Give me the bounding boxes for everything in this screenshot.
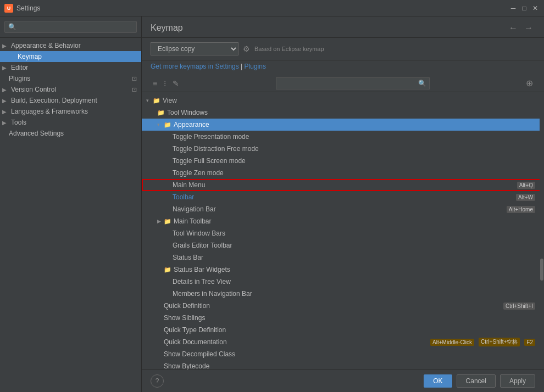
panel-title: Keymap [151, 23, 183, 33]
filter-input[interactable] [276, 77, 430, 89]
main-content: ▶ Appearance & Behavior Keymap ▶ Editor … [0, 16, 544, 392]
back-button[interactable]: ← [507, 22, 520, 34]
tree-row[interactable]: ▶ 📁 Main Toolbar [142, 215, 544, 227]
window-controls: ─ □ ✕ [509, 4, 540, 13]
scrollbar[interactable] [540, 92, 544, 369]
sidebar-search-input[interactable] [4, 21, 137, 33]
tree-row[interactable]: Toggle Zen mode [142, 167, 544, 179]
tree-row[interactable]: Quick Definition Ctrl+Shift+I [142, 300, 544, 312]
sidebar-tree: ▶ Appearance & Behavior Keymap ▶ Editor … [0, 38, 141, 392]
gear-button[interactable]: ⚙ [243, 44, 250, 53]
tree-item-label: Details in Tree View [173, 278, 535, 285]
ok-button[interactable]: OK [424, 374, 452, 388]
tree-row[interactable]: 📁 Tool Windows [142, 107, 544, 119]
keymap-select[interactable]: Eclipse copy [151, 42, 238, 55]
sidebar-item-label: Plugins [9, 75, 30, 82]
tree-row[interactable]: Show Bytecode [142, 360, 544, 369]
sidebar-item-advanced[interactable]: Advanced Settings [0, 128, 141, 139]
forward-button[interactable]: → [522, 22, 535, 34]
tree-row[interactable]: Toolbar Alt+W [142, 191, 544, 203]
expand-all-button[interactable]: ≡ [151, 78, 159, 89]
tree-row[interactable]: Grails Editor Toolbar [142, 239, 544, 251]
sidebar-item-appearance-behavior[interactable]: ▶ Appearance & Behavior [0, 40, 141, 51]
sidebar-item-label: Advanced Settings [9, 130, 64, 137]
tree-item-label: Members in Navigation Bar [173, 290, 535, 298]
sidebar-item-editor[interactable]: ▶ Editor [0, 62, 141, 73]
based-on-text: Based on Eclipse keymap [254, 46, 324, 52]
tree-item-label: Appearance [174, 121, 535, 128]
chevron-right-icon: ▶ [2, 120, 9, 126]
shortcut-badge: Alt+Home [507, 206, 535, 213]
sidebar-item-build[interactable]: ▶ Build, Execution, Deployment [0, 95, 141, 106]
edit-shortcuts-button[interactable]: ✎ [170, 78, 181, 89]
tree-row[interactable]: Members in Navigation Bar [142, 288, 544, 300]
plugins-link[interactable]: Plugins [245, 63, 266, 70]
tree-row[interactable]: Toggle Distraction Free mode [142, 143, 544, 155]
get-more-link[interactable]: Get more keymaps in Settings [151, 63, 239, 70]
sidebar-search-bar [0, 16, 141, 38]
folder-icon: 📁 [164, 121, 171, 128]
cancel-button[interactable]: Cancel [457, 374, 496, 388]
tree-row-quick-docs[interactable]: Quick Documentation Alt+Middle-Click Ctr… [142, 336, 544, 348]
tree-item-label: Toggle Presentation mode [173, 133, 535, 141]
shortcut-badge: F2 [524, 339, 535, 346]
maximize-button[interactable]: □ [520, 4, 529, 13]
panel-header: Keymap ← → [142, 16, 544, 38]
tree-item-label: Navigation Bar [173, 205, 504, 213]
chevron-right-icon: ▶ [157, 219, 164, 224]
tree-row[interactable]: Navigation Bar Alt+Home [142, 203, 544, 215]
shortcut-badge: Ctrl+Shift+空格 [479, 338, 520, 346]
sidebar-item-keymap[interactable]: Keymap [0, 51, 141, 62]
tree-item-label: Toggle Full Screen mode [173, 157, 535, 165]
tree-item-label: View [163, 97, 535, 104]
tree-row[interactable]: Quick Type Definition [142, 324, 544, 336]
right-panel: Keymap ← → Eclipse copy ⚙ Based on Eclip… [142, 16, 544, 392]
tree-row[interactable]: Show Decompiled Class [142, 348, 544, 360]
sidebar-item-label: Tools [11, 119, 26, 126]
tree-item-label: Status Bar Widgets [174, 266, 535, 273]
minimize-button[interactable]: ─ [509, 4, 518, 13]
find-shortcut-button[interactable]: ⊕ [524, 77, 535, 89]
tree-row-main-menu[interactable]: Main Menu Alt+Q [142, 179, 544, 191]
tree-item-label: Toggle Zen mode [173, 169, 535, 177]
sidebar-item-version-control[interactable]: ▶ Version Control ⊡ [0, 84, 141, 95]
get-more-keymaps-link: Get more keymaps in Settings | Plugins [142, 60, 544, 75]
tree-row[interactable]: Tool Window Bars [142, 227, 544, 239]
chevron-right-icon: ▶ [2, 65, 9, 71]
window-title: Settings [16, 4, 509, 12]
tree-row[interactable]: ▾ 📁 Appearance [142, 119, 544, 131]
collapse-all-button[interactable]: ⁝ [162, 78, 168, 89]
close-button[interactable]: ✕ [531, 4, 540, 13]
sidebar-item-languages[interactable]: ▶ Languages & Frameworks [0, 106, 141, 117]
footer-left: ? [151, 374, 164, 388]
tree-row[interactable]: 📁 Status Bar Widgets [142, 264, 544, 276]
tree-row[interactable]: Toggle Presentation mode [142, 131, 544, 143]
sidebar-item-label: Languages & Frameworks [11, 108, 88, 115]
sidebar-item-label: Version Control [11, 86, 56, 93]
tree-row[interactable]: Details in Tree View [142, 276, 544, 288]
tree-row[interactable]: Toggle Full Screen mode [142, 155, 544, 167]
shortcuts-container: Alt+Q [515, 182, 535, 189]
apply-button[interactable]: Apply [500, 374, 535, 388]
tree-item-label: Show Siblings [164, 314, 535, 322]
tree-row[interactable]: Show Siblings [142, 312, 544, 324]
chevron-right-icon: ▶ [2, 43, 9, 49]
title-bar: U Settings ─ □ ✕ [0, 0, 544, 16]
shortcut-badge: Alt+Q [517, 182, 535, 189]
navigation-buttons: ← → [507, 22, 535, 34]
tree-row[interactable]: Status Bar [142, 251, 544, 264]
sidebar-item-label: Appearance & Behavior [11, 42, 81, 49]
tree-row[interactable]: ▾ 📁 View [142, 94, 544, 107]
sidebar-item-plugins[interactable]: Plugins ⊡ [0, 73, 141, 84]
settings-dialog: U Settings ─ □ ✕ ▶ Appearance & Behavior… [0, 0, 544, 392]
dialog-footer: ? OK Cancel Apply [142, 369, 544, 392]
chevron-right-icon: ▶ [2, 98, 9, 104]
sidebar-item-tools[interactable]: ▶ Tools [0, 117, 141, 128]
chevron-right-icon: ▶ [2, 87, 9, 93]
help-button[interactable]: ? [151, 374, 164, 388]
sidebar-item-label: Build, Execution, Deployment [11, 97, 97, 104]
scrollbar-thumb [540, 259, 543, 281]
tree-item-label: Tool Windows [167, 109, 535, 116]
chevron-down-icon: ▾ [146, 98, 153, 103]
folder-icon: 📁 [164, 218, 171, 225]
